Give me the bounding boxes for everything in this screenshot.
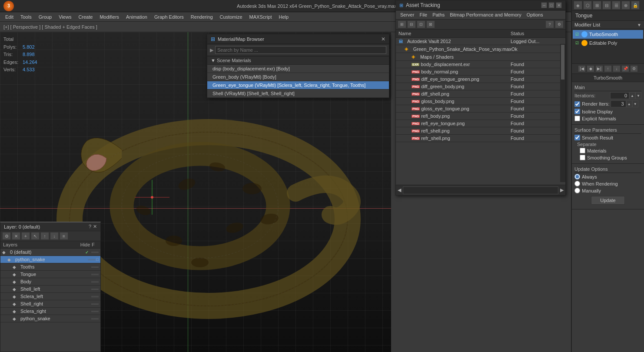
layers-help-btn[interactable]: ?	[89, 224, 91, 229]
manually-radio[interactable]	[574, 188, 580, 193]
at-menu-bitmap[interactable]: Bitmap Performance and Memory	[447, 11, 524, 18]
at-menu-options[interactable]: Options	[524, 11, 546, 18]
smooth-result-checkbox[interactable]	[574, 135, 580, 140]
at-tool-0[interactable]: ⊞	[398, 20, 406, 28]
always-radio[interactable]	[574, 174, 580, 179]
rp-icon-2[interactable]: ⊞	[593, 1, 601, 10]
layer-item-6[interactable]: ◆ Sclera_left ═══	[0, 293, 100, 300]
render-iters-value[interactable]	[611, 100, 626, 107]
materials-checkbox[interactable]	[580, 148, 585, 153]
render-iters-checkbox[interactable]	[574, 101, 580, 107]
layers-tool-move1[interactable]: ↑	[40, 232, 49, 240]
explicit-normals-checkbox[interactable]	[574, 116, 580, 121]
rp-icon-3[interactable]: ⊟	[602, 1, 611, 10]
at-row-7[interactable]: PNG diff_shell.png Found	[396, 90, 565, 98]
at-menu-server[interactable]: Server	[398, 11, 417, 18]
mod-nav-move-up[interactable]: ↑	[604, 65, 612, 72]
rp-icon-0[interactable]: ◈	[574, 1, 582, 10]
smoothing-groups-checkbox[interactable]	[580, 155, 585, 160]
layer-item-0[interactable]: ◆ 0 (default) ✓ ═══	[0, 249, 100, 256]
menu-graph-editors[interactable]: Graph Editors	[151, 13, 187, 20]
layers-tool-add[interactable]: +	[21, 232, 30, 240]
mod-nav-pin[interactable]: 📌	[621, 65, 629, 72]
at-minimize-btn[interactable]: ─	[541, 2, 547, 8]
material-item-2[interactable]: Green_eye_tongue (VRayMtl) [Sclera_left,…	[207, 81, 389, 90]
at-help-btn[interactable]: ?	[545, 20, 554, 28]
mod-nav-move-down[interactable]: ↓	[613, 65, 621, 72]
menu-customize[interactable]: Customize	[216, 13, 246, 20]
material-browser-close[interactable]: ✕	[381, 36, 385, 42]
menu-group[interactable]: Group	[35, 13, 56, 20]
at-path-input[interactable]	[403, 186, 558, 194]
menu-animation[interactable]: Animation	[123, 13, 151, 20]
menu-help[interactable]: Help	[276, 13, 292, 20]
menu-views[interactable]: Views	[55, 13, 75, 20]
at-nav-right[interactable]: ▶	[560, 187, 564, 193]
layers-tool-options[interactable]: ≡	[60, 232, 68, 240]
iterations-down[interactable]: ▼	[635, 92, 641, 99]
material-item-1[interactable]: Green_body (VRayMtl) [Body]	[207, 73, 389, 81]
menu-maxscript[interactable]: MAXScript	[246, 13, 276, 20]
at-restore-btn[interactable]: □	[548, 2, 554, 8]
rp-icon-5[interactable]: ⊕	[621, 1, 630, 10]
modifier-item-editpoly[interactable]: ☑ Editable Poly	[573, 39, 643, 47]
layers-tool-move2[interactable]: ↓	[50, 232, 59, 240]
isoline-checkbox[interactable]	[574, 109, 580, 114]
at-tool-2[interactable]: ⊡	[417, 20, 425, 28]
at-nav-left[interactable]: ◀	[398, 187, 401, 193]
at-menu-file[interactable]: File	[417, 11, 430, 18]
mod-nav-config[interactable]: ⚙	[630, 65, 638, 72]
menu-rendering[interactable]: Rendering	[187, 13, 216, 20]
at-row-0[interactable]: 🏛 Autodesk Vault 2012 Logged Out...	[396, 38, 565, 45]
mod-nav-prev[interactable]: |◀	[578, 65, 586, 72]
layer-item-3[interactable]: ◆ Tongue ═══	[0, 271, 100, 278]
layer-item-4[interactable]: ◆ Body ═══	[0, 278, 100, 286]
iterations-up[interactable]: ▲	[629, 92, 635, 99]
when-rendering-radio[interactable]	[574, 181, 580, 186]
layer-item-7[interactable]: ◆ Shell_right ═══	[0, 300, 100, 308]
at-row-4[interactable]: PNG body_normal.png Found	[396, 68, 565, 76]
layer-item-8[interactable]: ◆ Sclera_right ═══	[0, 308, 100, 315]
at-row-2[interactable]: ◈ Maps / Shaders	[396, 53, 565, 61]
iterations-value[interactable]	[610, 92, 629, 99]
at-scrollbar[interactable]	[560, 44, 565, 182]
material-item-3[interactable]: Shell (VRayMtl) [Shell_left, Shell_right…	[207, 90, 389, 98]
at-row-12[interactable]: PNG refl_shell.png Found	[396, 127, 565, 135]
render-iters-up[interactable]: ▲	[626, 100, 632, 107]
at-row-11[interactable]: PNG refl_eye_tongue.png Found	[396, 120, 565, 127]
scene-materials-section[interactable]: ▼ Scene Materials	[207, 56, 389, 65]
update-button[interactable]: Update	[591, 196, 624, 205]
at-row-10[interactable]: PNG refl_body.png Found	[396, 113, 565, 120]
at-scrollbar-thumb[interactable]	[561, 45, 564, 80]
layer-item-5[interactable]: ◆ Shell_left ═══	[0, 286, 100, 293]
rp-icon-4[interactable]: ☰	[612, 1, 621, 10]
at-settings-btn[interactable]: ⚙	[555, 20, 564, 28]
at-menu-paths[interactable]: Paths	[430, 11, 447, 18]
at-row-8[interactable]: PNG gloss_body.png Found	[396, 98, 565, 105]
layer-item-2[interactable]: ◆ Tooths ═══	[0, 263, 100, 271]
layer-item-9[interactable]: ◆ python_snake ═══	[0, 315, 100, 322]
menu-modifiers[interactable]: Modifiers	[96, 13, 123, 20]
at-row-9[interactable]: PNG gloss_eye_tongue.png Found	[396, 105, 565, 113]
menu-create[interactable]: Create	[75, 13, 96, 20]
layers-tool-select[interactable]: ↖	[31, 232, 40, 240]
rp-icon-1[interactable]: ⬡	[583, 1, 592, 10]
at-tool-1[interactable]: ⊟	[407, 20, 416, 28]
at-row-6[interactable]: PNG diff_green_body.png Found	[396, 83, 565, 90]
modifier-item-turbsmooth[interactable]: ☑ TurboSmooth	[573, 30, 643, 39]
at-tool-3[interactable]: ⊠	[426, 20, 435, 28]
mod-nav-keyframe[interactable]: ◆	[587, 65, 594, 72]
layers-close-btn[interactable]: ✕	[93, 224, 97, 229]
layer-item-1[interactable]: ◆ python_snake ═══ □	[0, 256, 100, 263]
at-row-13[interactable]: PNG refr_shell.png Found	[396, 135, 565, 142]
at-row-3[interactable]: EXR body_displacement.exr Found	[396, 61, 565, 68]
render-iters-down[interactable]: ▼	[632, 100, 638, 107]
rp-icon-6[interactable]: 🔒	[631, 1, 640, 10]
at-row-1[interactable]: ◈ Green_Python_Snake_Attack_Pose_vray.ma…	[396, 45, 565, 53]
at-close-btn[interactable]: ✕	[556, 2, 562, 8]
modifier-list-arrow[interactable]: ▼	[637, 23, 641, 27]
layers-tool-delete[interactable]: ✕	[12, 232, 20, 240]
material-item-0[interactable]: disp (body_displacement.exr) [Body]	[207, 65, 389, 73]
material-search-input[interactable]	[215, 46, 386, 54]
at-row-5[interactable]: PNG diff_eye_tongue_green.png Found	[396, 76, 565, 83]
